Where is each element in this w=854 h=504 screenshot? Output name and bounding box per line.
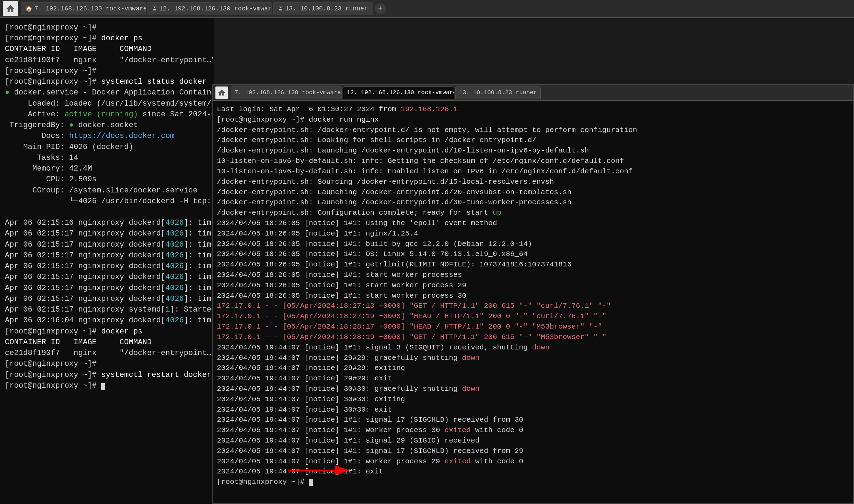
tab1-icon: 🏠 [25,5,32,12]
tab2-icon: 🖥 [151,6,157,12]
oline-14: 2024/04/05 18:26:05 [notice] 1#1: built … [217,239,849,249]
tab2-label: 12. 192.168.126.130 rock-vmwarestat... [159,5,272,12]
oline-22: 172.17.0.1 - - [05/Apr/2024:18:28:17 +00… [217,322,849,332]
overlay-terminal-content: Last login: Sat Apr 6 01:30:27 2024 from… [213,101,853,503]
tab3-label: 13. 10.100.8.23 runner [285,5,368,12]
line-14: Memory: 42.4M [5,163,209,174]
oline-19: 2024/04/05 18:26:05 [notice] 1#1: start … [217,291,849,301]
line-8: Loaded: loaded (/usr/lib/systemd/system/… [5,98,209,109]
oline-29: 2024/04/05 19:44:07 [notice] 30#30: exit… [217,394,849,405]
oline-5: /docker-entrypoint.sh: Launching /docker… [217,146,849,156]
oline-4: /docker-entrypoint.sh: Looking for shell… [217,135,849,146]
terminal-overlay: 7. 192.168.126.130 rock-vmwarestat... × … [212,84,854,504]
oline-23: 172.17.0.1 - - [05/Apr/2024:18:28:19 +00… [217,332,849,342]
line-9: Active: active (running) since Sat 2024-… [5,109,209,120]
line-16: CGroup: /system.slice/docker.service [5,185,209,196]
oline-18: 2024/04/05 18:26:05 [notice] 1#1: start … [217,280,849,291]
oline-33: 2024/04/05 19:44:07 [notice] 1#1: signal… [217,436,849,446]
line-1: [root@nginxproxy ~]# [5,22,209,33]
new-tab-button[interactable]: + [375,3,386,14]
browser-tab-3[interactable]: 🖥 13. 10.100.8.23 runner [273,2,372,15]
overlay-tab-3[interactable]: 13. 10.100.8.23 runner [455,86,541,99]
oline-30: 2024/04/05 19:44:07 [notice] 30#30: exit [217,405,849,415]
line-25: Apr 06 02:15:17 nginxproxy dockerd[4026]… [5,283,209,294]
oline-9: /docker-entrypoint.sh: Launching /docker… [217,187,849,198]
overlay-tab-1[interactable]: 7. 192.168.126.130 rock-vmwarestat... × [231,86,342,99]
line-19: Apr 06 02:15:16 nginxproxy dockerd[4026]… [5,217,209,228]
tab3-icon: 🖥 [278,6,283,12]
oline-24: 2024/04/05 19:44:07 [notice] 1#1: signal… [217,342,849,353]
overlay-home-icon[interactable] [215,86,228,99]
browser-tabbar: 🏠 7. 192.168.126.130 rock-vmwarestat... … [0,0,854,18]
overlay-tab1-label: 7. 192.168.126.130 rock-vmwarestat... [235,89,342,96]
line-3: CONTAINER ID IMAGE COMMAND CREATED STATU… [5,44,209,55]
line-21: Apr 06 02:15:17 nginxproxy dockerd[4026]… [5,239,209,250]
overlay-tab3-label: 13. 10.100.8.23 runner [459,89,537,96]
browser-tab-1[interactable]: 🏠 7. 192.168.126.130 rock-vmwarestat... … [21,2,146,15]
oline-7: 10-listen-on-ipv6-by-default.sh: info: E… [217,166,849,177]
oline-2: [root@nginxproxy ~]# docker run nginx [217,115,849,125]
line-32: [root@nginxproxy ~]# [5,358,209,369]
oline-15: 2024/04/05 18:26:05 [notice] 1#1: OS: Li… [217,249,849,259]
oline-1: Last login: Sat Apr 6 01:30:27 2024 from… [217,104,849,115]
oline-37: [root@nginxproxy ~]# [217,477,849,487]
browser-tab-2[interactable]: 🖥 12. 192.168.126.130 rock-vmwarestat...… [147,2,272,15]
oline-20: 172.17.0.1 - - [05/Apr/2024:18:27:13 +00… [217,301,849,311]
oline-31: 2024/04/05 19:44:07 [notice] 1#1: signal… [217,415,849,425]
oline-27: 2024/04/05 19:44:07 [notice] 29#29: exit [217,373,849,384]
oline-10: /docker-entrypoint.sh: Launching /docker… [217,197,849,208]
oline-8: /docker-entrypoint.sh: Sourcing /docker-… [217,177,849,187]
oline-13: 2024/04/05 18:26:05 [notice] 1#1: nginx/… [217,229,849,239]
overlay-tab2-label: 12. 192.168.126.130 rock-vmwarestat... [347,89,454,96]
line-13: Tasks: 14 [5,152,209,163]
line-28: Apr 06 02:16:04 nginxproxy dockerd[4026]… [5,315,209,326]
line-11: Docs: https://docs.docker.com [5,131,209,141]
line-10: TriggeredBy: ● docker.socket [5,120,209,131]
line-18 [5,207,209,217]
line-23: Apr 06 02:15:17 nginxproxy dockerd[4026]… [5,261,209,272]
oline-35: 2024/04/05 19:44:07 [notice] 1#1: worker… [217,456,849,467]
oline-17: 2024/04/05 18:26:05 [notice] 1#1: start … [217,270,849,280]
oline-11: /docker-entrypoint.sh: Configuration com… [217,208,849,218]
oline-25: 2024/04/05 19:44:07 [notice] 29#29: grac… [217,353,849,363]
line-4: ce21d8f190f7 nginx "/docker-entrypoint…"… [5,55,209,66]
line-5: [root@nginxproxy ~]# [5,66,209,76]
oline-6: 10-listen-on-ipv6-by-default.sh: info: G… [217,156,849,166]
oline-32: 2024/04/05 19:44:07 [notice] 1#1: worker… [217,425,849,436]
oline-21: 172.17.0.1 - - [05/Apr/2024:18:27:19 +00… [217,311,849,322]
line-22: Apr 06 02:15:17 nginxproxy dockerd[4026]… [5,250,209,261]
oline-16: 2024/04/05 18:26:05 [notice] 1#1: getrli… [217,259,849,270]
line-31: ce21d8f190f7 nginx "/docker-entrypoint…"… [5,348,209,358]
line-20: Apr 06 02:15:17 nginxproxy dockerd[4026]… [5,228,209,239]
terminal-left: [root@nginxproxy ~]# [root@nginxproxy ~]… [0,18,214,504]
overlay-tab-2[interactable]: 12. 192.168.126.130 rock-vmwarestat... × [343,86,454,99]
line-6: [root@nginxproxy ~]# systemctl status do… [5,76,209,87]
line-30: CONTAINER ID IMAGE COMMAND CREATED STATU… [5,337,209,348]
oline-28: 2024/04/05 19:44:07 [notice] 30#30: grac… [217,384,849,394]
home-icon[interactable] [3,1,18,16]
line-24: Apr 06 02:15:17 nginxproxy dockerd[4026]… [5,272,209,282]
oline-34: 2024/04/05 19:44:07 [notice] 1#1: signal… [217,446,849,456]
line-17: └─4026 /usr/bin/dockerd -H tcp://0.0.0.0… [5,196,209,207]
line-2: [root@nginxproxy ~]# docker ps [5,33,209,44]
oline-12: 2024/04/05 18:26:05 [notice] 1#1: using … [217,218,849,229]
line-7: ● docker.service - Docker Application Co… [5,87,209,98]
overlay-tabbar: 7. 192.168.126.130 rock-vmwarestat... × … [213,85,853,101]
oline-26: 2024/04/05 19:44:07 [notice] 29#29: exit… [217,363,849,373]
line-26: Apr 06 02:15:17 nginxproxy dockerd[4026]… [5,294,209,304]
line-33: [root@nginxproxy ~]# systemctl restart d… [5,370,209,380]
line-27: Apr 06 02:15:17 nginxproxy systemd[1]: S… [5,304,209,315]
tab1-label: 7. 192.168.126.130 rock-vmwarestat... [34,5,146,12]
oline-3: /docker-entrypoint.sh: /docker-entrypoin… [217,125,849,135]
line-34: [root@nginxproxy ~]# [5,380,209,391]
line-29: [root@nginxproxy ~]# docker ps [5,326,209,337]
line-15: CPU: 2.509s [5,174,209,185]
oline-36: 2024/04/05 19:44:07 [notice] 1#1: exit [217,466,849,477]
line-12: Main PID: 4026 (dockerd) [5,142,209,152]
